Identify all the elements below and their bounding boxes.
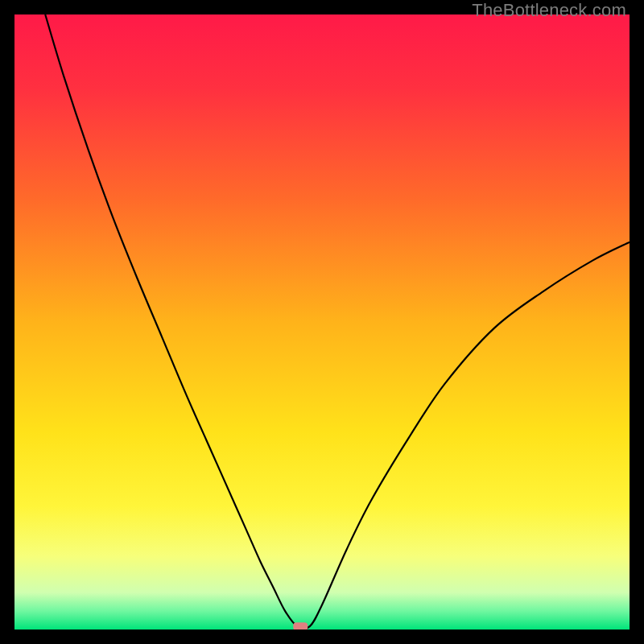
gradient-background [14,14,630,630]
chart-frame [14,14,630,630]
watermark-label: TheBottleneck.com [472,0,626,21]
optimal-marker [293,622,308,630]
bottleneck-chart [14,14,630,630]
